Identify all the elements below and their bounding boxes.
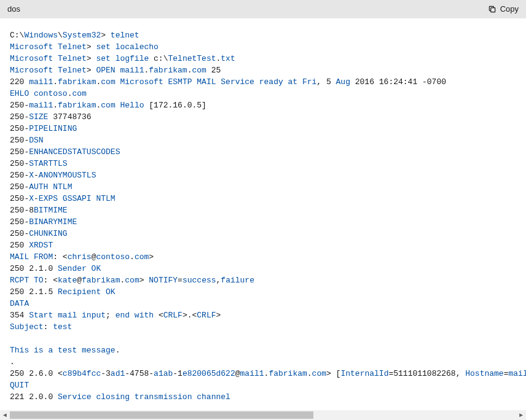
code-token: txt <box>221 54 235 63</box>
code-token: . <box>187 66 192 75</box>
code-token: com <box>312 369 326 378</box>
code-token: @ <box>77 276 82 285</box>
code-line: 250-STARTTLS <box>10 158 516 169</box>
code-token: \ <box>58 31 63 40</box>
code-token: =5111011082268, <box>388 369 465 378</box>
code-token: . <box>10 357 15 367</box>
code-token: - <box>34 194 39 203</box>
code-token: com Hello <box>101 101 144 110</box>
code-token: ENHANCEDSTATUSCODES <box>29 147 120 157</box>
code-token: Service closing transmission channel <box>58 392 230 402</box>
code-token: [172.16.0.5] <box>144 101 206 110</box>
scroll-left-arrow[interactable]: ◄ <box>0 410 10 420</box>
code-token: kate <box>58 276 77 285</box>
code-token: 250- <box>10 229 29 238</box>
code-token: 250- <box>10 136 29 145</box>
code-line: . <box>10 356 516 368</box>
code-token: 250 2.1.5 <box>10 287 58 297</box>
code-token: . <box>307 369 312 378</box>
code-token: OPEN mail1 <box>96 66 144 75</box>
code-token: = <box>178 276 183 285</box>
code-token: 250-8 <box>10 206 34 215</box>
code-line: Microsoft Telnet> OPEN mail1.fabrikam.co… <box>10 64 516 76</box>
code-line: 250-X-ANONYMOUSTLS <box>10 169 516 181</box>
code-token: System32 <box>63 31 101 40</box>
code-token <box>111 54 116 63</box>
code-token: > <box>87 66 96 75</box>
code-token: Subject <box>10 322 44 332</box>
code-line: DATA <box>10 298 516 309</box>
code-token: 250- <box>10 171 29 180</box>
code-token: 37748736 <box>48 112 91 122</box>
code-token: QUIT <box>10 381 29 390</box>
code-token: BITMIME <box>34 206 68 215</box>
code-line: 250-8BITMIME <box>10 204 516 216</box>
code-token: 250- <box>10 194 29 203</box>
code-token: ; <box>106 311 116 320</box>
code-token: e820065d622 <box>183 369 235 378</box>
code-line: 250-X-EXPS GSSAPI NTLM <box>10 193 516 204</box>
code-token: 250- <box>10 101 29 110</box>
code-token: > <box>101 31 111 40</box>
scroll-thumb[interactable] <box>10 411 313 419</box>
code-line: 221 2.0.0 Service closing transmission c… <box>10 391 516 403</box>
code-token: EXPS GSSAPI NTLM <box>39 194 116 203</box>
code-token: 354 <box>10 311 29 320</box>
code-token: > <box>139 276 149 285</box>
code-token: success <box>183 276 216 285</box>
code-token: . <box>130 252 135 262</box>
scroll-track[interactable] <box>10 410 516 420</box>
code-token: com <box>135 252 149 262</box>
code-token: com <box>125 276 139 285</box>
code-token: AUTH NTLM <box>29 182 72 192</box>
code-token: set <box>96 54 110 63</box>
code-token: > <box>87 54 96 63</box>
code-line: This is a test message. <box>10 344 516 356</box>
code-token: Microsoft Telnet <box>10 66 87 75</box>
code-token: Recipient OK <box>58 287 116 297</box>
code-token: = <box>504 369 509 378</box>
code-token: . <box>116 346 120 355</box>
code-token: InternalId <box>340 369 388 378</box>
copy-icon <box>488 5 497 14</box>
code-token: Microsoft Telnet <box>10 42 87 52</box>
code-token: SIZE <box>29 112 48 122</box>
code-token: Aug <box>336 77 350 87</box>
code-token: PIPELINING <box>29 124 77 133</box>
code-token: TelnetTest <box>168 54 216 63</box>
language-label: dos <box>7 3 20 15</box>
code-line: RCPT TO: <kate@fabrikam.com> NOTIFY=succ… <box>10 274 516 286</box>
code-token: >.< <box>183 311 197 320</box>
code-token: Microsoft Telnet <box>10 54 87 63</box>
code-token: test <box>53 322 72 332</box>
code-line: 250 2.1.0 Sender OK <box>10 263 516 274</box>
code-token: @ <box>235 369 240 378</box>
code-line: Microsoft Telnet> set localecho <box>10 41 516 53</box>
code-token: 250- <box>10 217 29 227</box>
code-line: C:\Windows\System32> telnet <box>10 29 516 41</box>
code-token <box>111 42 116 52</box>
code-token: localecho <box>116 42 159 52</box>
code-token: : < <box>53 252 67 262</box>
svg-rect-0 <box>490 7 495 12</box>
scroll-right-arrow[interactable]: ► <box>516 410 526 420</box>
code-line: 354 Start mail input; end with <CRLF>.<C… <box>10 309 516 321</box>
code-token: telnet <box>111 31 139 40</box>
code-token: < <box>154 311 163 320</box>
code-line: Subject: test <box>10 321 516 333</box>
code-token: Sender OK <box>58 264 101 273</box>
code-line: 250 2.6.0 <c89b4fcc-3ad1-4758-a1ab-1e820… <box>10 368 516 379</box>
copy-button[interactable]: Copy <box>488 3 519 15</box>
code-token: mail1 <box>29 77 53 87</box>
code-token: CRLF <box>197 311 216 320</box>
code-token: X <box>29 171 34 180</box>
code-line: 250-SIZE 37748736 <box>10 111 516 123</box>
code-token: -4758- <box>125 369 154 378</box>
code-content[interactable]: C:\Windows\System32> telnetMicrosoft Tel… <box>0 18 526 410</box>
code-token: 250- <box>10 182 29 192</box>
horizontal-scrollbar[interactable]: ◄ ► <box>0 410 526 420</box>
code-token: 250- <box>10 112 29 122</box>
code-token: -1 <box>173 369 183 378</box>
code-token: a1ab <box>154 369 173 378</box>
code-token: MAIL FROM <box>10 252 53 262</box>
